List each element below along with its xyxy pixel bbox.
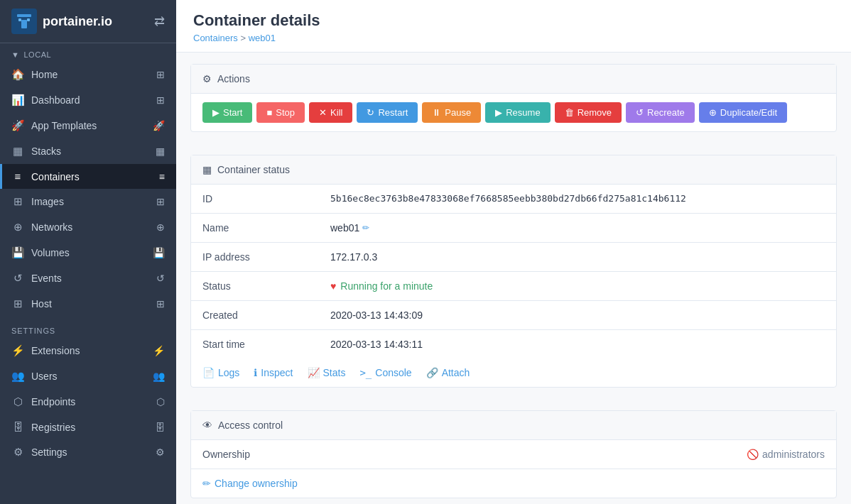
users-icon: 👥 bbox=[11, 370, 24, 383]
svg-rect-2 bbox=[21, 20, 27, 28]
transfer-icon: ⇄ bbox=[154, 13, 165, 29]
endpoints-icon: ⬡ bbox=[11, 395, 24, 408]
ip-value: 172.17.0.3 bbox=[319, 243, 836, 272]
rocket-icon-right: 🚀 bbox=[153, 120, 165, 131]
sidebar-item-home[interactable]: 🏠 Home ⊞ bbox=[0, 62, 176, 87]
attach-icon: 🔗 bbox=[426, 367, 438, 378]
inspect-link[interactable]: ℹ Inspect bbox=[254, 367, 293, 378]
events-icon: ↺ bbox=[11, 272, 24, 285]
dashboard-icon-right: ⊞ bbox=[156, 94, 165, 106]
sidebar: portainer.io ⇄ ▼ LOCAL 🏠 Home ⊞ 📊 Dashbo… bbox=[0, 0, 176, 504]
pause-button[interactable]: ⏸ Pause bbox=[422, 102, 481, 123]
resume-button[interactable]: ▶ Resume bbox=[485, 102, 550, 123]
sidebar-item-networks[interactable]: ⊕ Networks ⊕ bbox=[0, 214, 176, 240]
recreate-button[interactable]: ↺ Recreate bbox=[626, 102, 695, 123]
play-icon: ▶ bbox=[212, 107, 219, 118]
dashboard-icon: 📊 bbox=[11, 94, 24, 106]
edit-icon: ✏ bbox=[202, 478, 211, 489]
breadcrumb-separator: > bbox=[238, 33, 249, 43]
sidebar-item-containers[interactable]: ≡ Containers ≡ bbox=[0, 164, 176, 189]
logo-text: portainer.io bbox=[43, 14, 112, 29]
logs-icon: 📄 bbox=[202, 367, 215, 378]
users-icon-right: 👥 bbox=[153, 371, 165, 382]
restart-icon: ↻ bbox=[367, 107, 374, 118]
table-row-name: Name web01 ✏ bbox=[191, 214, 836, 243]
container-status-panel: ▦ Container status ID 5b16ec8ec3763b8e47… bbox=[190, 155, 837, 388]
ownership-row: Ownership 🚫 administrators bbox=[191, 440, 836, 469]
actions-panel-header: ⚙ Actions bbox=[191, 65, 836, 94]
portainer-logo-icon bbox=[11, 9, 37, 34]
home-icon: 🏠 bbox=[11, 68, 24, 81]
console-link[interactable]: >_ Console bbox=[359, 367, 411, 378]
sidebar-item-registries[interactable]: 🗄 Registries 🗄 bbox=[0, 415, 176, 439]
ownership-value: 🚫 administrators bbox=[747, 449, 825, 460]
console-icon: >_ bbox=[359, 367, 372, 378]
pause-icon: ⏸ bbox=[432, 107, 441, 118]
name-label: Name bbox=[191, 214, 319, 243]
sidebar-item-app-templates[interactable]: 🚀 App Templates 🚀 bbox=[0, 113, 176, 138]
edit-name-icon[interactable]: ✏ bbox=[362, 223, 369, 233]
network-icon-right: ⊕ bbox=[156, 221, 165, 233]
copy-icon: ⊕ bbox=[709, 107, 717, 118]
actions-panel: ⚙ Actions ▶ Start ■ Stop ✕ Kill ↻ Restar… bbox=[190, 64, 837, 132]
change-ownership-link[interactable]: ✏ Change ownership bbox=[191, 469, 309, 498]
table-row-ip: IP address 172.17.0.3 bbox=[191, 243, 836, 272]
trash-icon: 🗑 bbox=[565, 107, 574, 118]
svg-rect-1 bbox=[17, 14, 31, 17]
table-row-id: ID 5b16ec8ec3763b8e47833068ef7668585eebb… bbox=[191, 185, 836, 214]
duplicate-edit-button[interactable]: ⊕ Duplicate/Edit bbox=[699, 102, 787, 123]
kill-button[interactable]: ✕ Kill bbox=[309, 102, 352, 123]
volumes-icon: 💾 bbox=[11, 246, 24, 259]
logs-link[interactable]: 📄 Logs bbox=[202, 367, 239, 378]
gear-actions-icon: ⚙ bbox=[202, 73, 212, 84]
svg-rect-4 bbox=[27, 18, 30, 21]
sidebar-item-users[interactable]: 👥 Users 👥 bbox=[0, 363, 176, 389]
restart-button[interactable]: ↻ Restart bbox=[357, 102, 418, 123]
sidebar-item-dashboard[interactable]: 📊 Dashboard ⊞ bbox=[0, 87, 176, 113]
svg-rect-3 bbox=[18, 18, 21, 21]
stats-link[interactable]: 📈 Stats bbox=[308, 367, 346, 378]
starttime-value: 2020-03-13 14:43:11 bbox=[319, 330, 836, 359]
container-status-header: ▦ Container status bbox=[191, 155, 836, 185]
breadcrumb-containers-link[interactable]: Containers bbox=[193, 33, 238, 43]
remove-button[interactable]: 🗑 Remove bbox=[555, 102, 622, 123]
recreate-icon: ↺ bbox=[636, 107, 644, 118]
sidebar-item-stacks[interactable]: ▦ Stacks ▦ bbox=[0, 138, 176, 164]
down-arrow-icon: ▼ bbox=[11, 50, 19, 59]
sidebar-item-extensions[interactable]: ⚡ Extensions ⚡ bbox=[0, 338, 176, 363]
attach-link[interactable]: 🔗 Attach bbox=[426, 367, 470, 378]
app-templates-icon: 🚀 bbox=[11, 119, 24, 132]
container-links-bar: 📄 Logs ℹ Inspect 📈 Stats >_ Console 🔗 At… bbox=[191, 358, 836, 387]
breadcrumb-web01-link[interactable]: web01 bbox=[249, 33, 276, 43]
status-panel-icon: ▦ bbox=[202, 164, 212, 175]
volumes-icon-right: 💾 bbox=[153, 247, 165, 258]
sidebar-item-images[interactable]: ⊞ Images ⊞ bbox=[0, 189, 176, 214]
actions-bar: ▶ Start ■ Stop ✕ Kill ↻ Restart ⏸ Pause … bbox=[191, 94, 836, 131]
sidebar-item-volumes[interactable]: 💾 Volumes 💾 bbox=[0, 240, 176, 265]
heartbeat-icon: ♥ bbox=[330, 280, 336, 292]
sidebar-item-events[interactable]: ↺ Events ↺ bbox=[0, 265, 176, 291]
images-icon-right: ⊞ bbox=[156, 196, 165, 207]
endpoints-icon-right: ⬡ bbox=[156, 396, 165, 407]
stop-button[interactable]: ■ Stop bbox=[256, 102, 305, 123]
container-info-table: ID 5b16ec8ec3763b8e47833068ef7668585eebb… bbox=[191, 185, 836, 358]
sidebar-item-host[interactable]: ⊞ Host ⊞ bbox=[0, 291, 176, 317]
list-icon-right: ≡ bbox=[159, 171, 165, 182]
name-value: web01 ✏ bbox=[319, 214, 836, 243]
containers-icon: ≡ bbox=[11, 170, 24, 182]
bolt-icon-right: ⚡ bbox=[153, 345, 165, 356]
images-icon: ⊞ bbox=[11, 195, 24, 208]
ip-label: IP address bbox=[191, 243, 319, 272]
sidebar-item-endpoints[interactable]: ⬡ Endpoints ⬡ bbox=[0, 389, 176, 415]
host-icon-right: ⊞ bbox=[156, 298, 165, 309]
status-value: ♥ Running for a minute bbox=[319, 272, 836, 301]
home-icon-right: ⊞ bbox=[156, 69, 165, 80]
eye-icon: 👁 bbox=[202, 420, 212, 431]
gear-icon-right: ⚙ bbox=[156, 447, 165, 458]
inspect-icon: ℹ bbox=[254, 367, 257, 378]
sidebar-item-settings[interactable]: ⚙ Settings ⚙ bbox=[0, 439, 176, 465]
host-icon: ⊞ bbox=[11, 297, 24, 310]
starttime-label: Start time bbox=[191, 330, 319, 359]
start-button[interactable]: ▶ Start bbox=[202, 102, 252, 123]
access-control-panel: 👁 Access control Ownership 🚫 administrat… bbox=[190, 410, 837, 498]
